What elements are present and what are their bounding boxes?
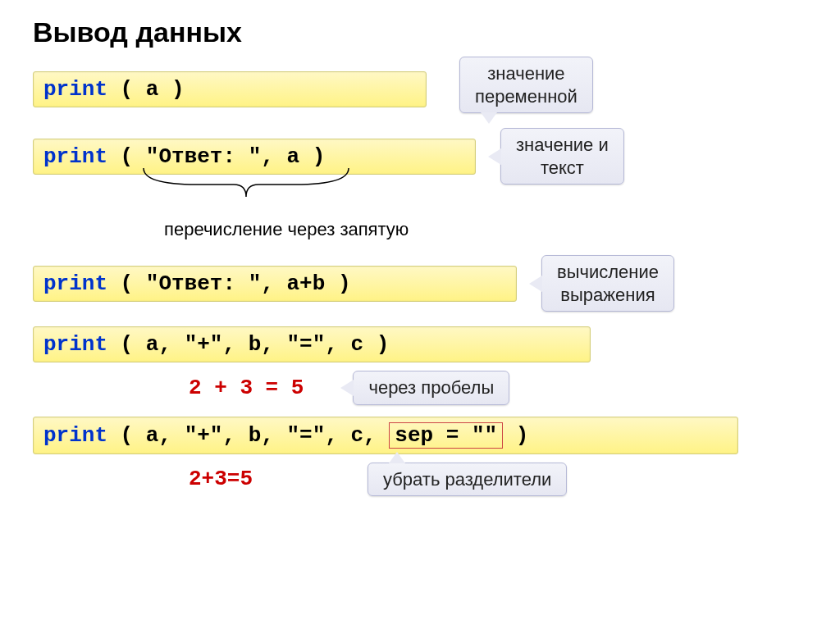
callout-variable-value: значение переменной bbox=[459, 57, 593, 113]
result-4: 2 + 3 = 5 bbox=[189, 376, 304, 400]
example-5-result-row: 2+3=5 убрать разделители bbox=[33, 463, 807, 497]
example-4-row: print ( a, "+", b, "=", c ) bbox=[33, 326, 807, 362]
print-keyword: print bbox=[43, 423, 107, 448]
note-comma-list: перечисление через запятую bbox=[164, 219, 807, 240]
page-title: Вывод данных bbox=[33, 16, 807, 48]
print-keyword: print bbox=[43, 332, 107, 357]
callout-value-and-text: значение и текст bbox=[500, 128, 624, 185]
code-example-1: print ( a ) bbox=[33, 71, 427, 107]
example-3-row: print ( "Ответ: ", a+b ) вычисление выра… bbox=[33, 255, 807, 312]
print-keyword: print bbox=[43, 271, 107, 296]
code-example-2: print ( "Ответ: ", a ) bbox=[33, 139, 476, 175]
code-example-5: print ( a, "+", b, "=", c, sep = "" ) bbox=[33, 417, 738, 454]
result-5: 2+3=5 bbox=[189, 467, 253, 491]
sep-argument: sep = "" bbox=[389, 422, 503, 449]
code-example-3: print ( "Ответ: ", a+b ) bbox=[33, 266, 517, 302]
print-keyword: print bbox=[43, 144, 107, 169]
example-4-result-row: 2 + 3 = 5 через пробелы bbox=[33, 371, 807, 405]
callout-spaces: через пробелы bbox=[353, 371, 509, 405]
example-1-row: print ( a ) значение переменной bbox=[33, 65, 807, 113]
example-2-row: print ( "Ответ: ", a ) значение и текст bbox=[33, 128, 807, 185]
code-example-4: print ( a, "+", b, "=", c ) bbox=[33, 326, 591, 362]
print-keyword: print bbox=[43, 77, 107, 102]
example-5-row: print ( a, "+", b, "=", c, sep = "" ) bbox=[33, 417, 807, 454]
callout-expression: вычисление выражения bbox=[541, 255, 674, 312]
callout-remove-separators: убрать разделители bbox=[368, 463, 567, 497]
